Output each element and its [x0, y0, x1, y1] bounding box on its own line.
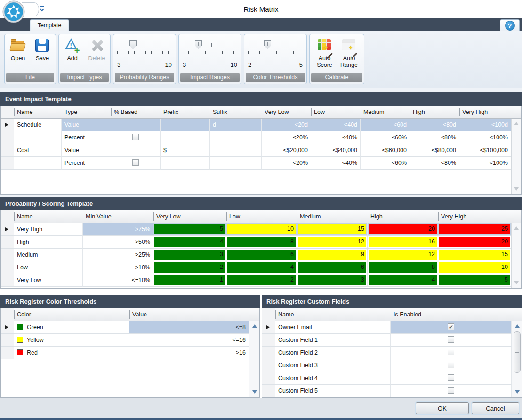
save-button[interactable]: Save — [31, 38, 54, 62]
add-button[interactable]: !+ Add — [61, 38, 84, 62]
is-enabled-checkbox[interactable] — [448, 387, 454, 394]
cell-medium[interactable]: <60d — [361, 119, 410, 131]
app-menu-button[interactable] — [2, 0, 26, 24]
slider-track[interactable] — [183, 45, 237, 45]
auto-score-button[interactable]: ✦ Auto Score — [313, 38, 337, 69]
score-cell[interactable]: 12 — [368, 249, 438, 261]
is-enabled-checkbox[interactable] — [448, 374, 454, 381]
cell-very-high[interactable]: <100% — [459, 131, 511, 144]
score-cell[interactable]: 15 — [438, 249, 511, 261]
cell-name[interactable]: Medium — [14, 249, 83, 261]
cell-type[interactable]: Value — [62, 119, 111, 131]
cell-min-value[interactable]: >25% — [83, 249, 153, 261]
score-cell[interactable]: 6 — [297, 261, 368, 274]
cell-very-low[interactable]: <20% — [262, 131, 311, 144]
cell-name[interactable]: Custom Field 4 — [275, 372, 391, 385]
probability-ranges-slider[interactable]: 3 10 — [113, 38, 176, 69]
is-enabled-checkbox[interactable] — [448, 323, 454, 330]
score-cell[interactable]: 10 — [438, 261, 511, 274]
delete-button[interactable]: Delete — [85, 38, 109, 62]
score-cell[interactable]: 16 — [368, 236, 438, 249]
cell-low[interactable]: <40% — [311, 157, 361, 170]
cell-low[interactable]: <40% — [311, 131, 361, 144]
cell-suffix[interactable] — [210, 157, 262, 170]
is-enabled-checkbox[interactable] — [448, 349, 454, 355]
score-cell[interactable]: 5 — [438, 274, 511, 287]
cell-high[interactable]: <80% — [410, 157, 459, 170]
score-cell[interactable]: 3 — [153, 249, 226, 261]
score-cell[interactable]: 9 — [297, 249, 368, 261]
row-header[interactable] — [1, 334, 14, 347]
row-header[interactable] — [1, 223, 14, 236]
pct-based-checkbox[interactable] — [132, 134, 139, 140]
row-header[interactable] — [262, 321, 275, 334]
cell-prefix[interactable]: $ — [161, 144, 210, 157]
row-header[interactable] — [262, 347, 275, 359]
cell-very-high[interactable]: <100d — [459, 119, 511, 131]
score-cell[interactable]: 5 — [153, 223, 226, 236]
slider-thumb[interactable] — [195, 40, 202, 49]
row-header[interactable] — [1, 249, 14, 261]
scroll-up-icon[interactable] — [512, 224, 521, 232]
score-cell[interactable]: 2 — [153, 261, 226, 274]
cell-medium[interactable]: <$60,000 — [361, 144, 410, 157]
cell-is-enabled[interactable] — [391, 347, 512, 359]
cell-name[interactable]: Custom Field 5 — [275, 385, 391, 397]
score-cell[interactable]: 10 — [226, 223, 297, 236]
cell-name[interactable] — [14, 131, 62, 144]
color-thresholds-slider[interactable]: 2 5 — [244, 38, 306, 69]
score-cell[interactable]: 20 — [438, 236, 511, 249]
cell-high[interactable]: <80d — [410, 119, 459, 131]
vertical-scrollbar[interactable] — [511, 223, 521, 288]
cell-prefix[interactable] — [161, 131, 210, 144]
cell-very-low[interactable]: <20% — [262, 157, 311, 170]
cell-pct-based[interactable] — [111, 119, 161, 131]
cell-is-enabled[interactable] — [391, 359, 512, 372]
scrollbar-thumb[interactable] — [514, 331, 521, 373]
vertical-scrollbar[interactable] — [249, 321, 259, 397]
cell-low[interactable]: <$40,000 — [311, 144, 361, 157]
cell-medium[interactable]: <60% — [361, 131, 410, 144]
row-header[interactable] — [262, 334, 275, 347]
cell-suffix[interactable]: d — [210, 119, 262, 131]
auto-range-button[interactable]: ✦ Auto Range — [337, 38, 361, 69]
cell-high[interactable]: <$80,000 — [410, 144, 459, 157]
cell-color[interactable]: Green — [14, 321, 129, 334]
slider-track[interactable] — [117, 45, 172, 45]
cell-medium[interactable]: <60% — [361, 157, 410, 170]
cell-name[interactable]: Very Low — [14, 274, 83, 287]
cell-name[interactable]: Very High — [14, 223, 83, 236]
impact-ranges-slider[interactable]: 3 10 — [179, 38, 241, 69]
cell-value[interactable]: <=8 — [129, 321, 249, 334]
score-cell[interactable]: 12 — [297, 236, 368, 249]
open-button[interactable]: Open — [6, 38, 30, 62]
cell-min-value[interactable]: >75% — [83, 223, 153, 236]
score-cell[interactable]: 6 — [226, 249, 297, 261]
row-header[interactable] — [1, 321, 14, 334]
vertical-scrollbar[interactable] — [512, 321, 522, 397]
is-enabled-checkbox[interactable] — [448, 336, 454, 343]
cell-prefix[interactable] — [161, 157, 210, 170]
score-cell[interactable]: 8 — [226, 236, 297, 249]
score-cell[interactable]: 4 — [153, 236, 226, 249]
score-cell[interactable]: 8 — [368, 261, 438, 274]
scroll-up-icon[interactable] — [249, 322, 259, 330]
row-header[interactable] — [1, 144, 14, 157]
cell-min-value[interactable]: >10% — [83, 261, 153, 274]
cell-pct-based[interactable] — [111, 144, 161, 157]
cell-pct-based[interactable] — [111, 157, 161, 170]
pct-based-checkbox[interactable] — [132, 159, 139, 166]
row-header[interactable] — [262, 359, 275, 372]
ok-button[interactable]: OK — [416, 402, 469, 414]
cell-is-enabled[interactable] — [391, 372, 512, 385]
tab-template[interactable]: Template — [30, 19, 69, 31]
row-header[interactable] — [1, 261, 14, 274]
cell-name[interactable]: Schedule — [14, 119, 62, 131]
cell-suffix[interactable] — [210, 144, 262, 157]
row-header[interactable] — [262, 385, 275, 397]
row-header[interactable] — [1, 236, 14, 249]
cell-type[interactable]: Value — [62, 144, 111, 157]
cell-name[interactable]: Custom Field 2 — [275, 347, 391, 359]
row-header[interactable] — [262, 372, 275, 385]
cell-name[interactable]: High — [14, 236, 83, 249]
